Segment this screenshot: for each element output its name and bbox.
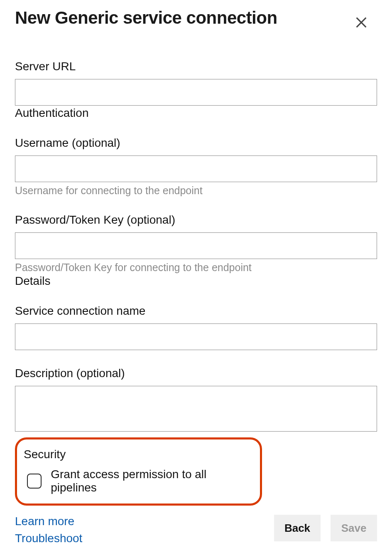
link-troubleshoot[interactable]: Troubleshoot — [15, 530, 82, 547]
section-details: Details — [15, 274, 377, 288]
label-username: Username (optional) — [15, 136, 377, 150]
field-connection-name: Service connection name — [15, 304, 377, 350]
input-description[interactable] — [15, 386, 377, 432]
help-password: Password/Token Key for connecting to the… — [15, 262, 377, 274]
field-description: Description (optional) — [15, 367, 377, 433]
label-server-url: Server URL — [15, 60, 377, 73]
footer-links: Learn more Troubleshoot — [15, 513, 82, 547]
label-password: Password/Token Key (optional) — [15, 213, 377, 227]
section-security: Security — [24, 448, 251, 461]
dialog-footer: Learn more Troubleshoot Back Save — [15, 513, 377, 547]
back-button[interactable]: Back — [274, 515, 321, 541]
close-button[interactable] — [353, 14, 370, 31]
input-server-url[interactable] — [15, 79, 377, 106]
label-connection-name: Service connection name — [15, 304, 377, 318]
save-button[interactable]: Save — [331, 515, 377, 541]
input-connection-name[interactable] — [15, 323, 377, 350]
close-icon — [354, 15, 368, 30]
field-server-url: Server URL — [15, 60, 377, 106]
dialog-header: New Generic service connection — [15, 8, 377, 31]
link-learn-more[interactable]: Learn more — [15, 513, 82, 530]
footer-buttons: Back Save — [274, 515, 377, 541]
row-grant-access: Grant access permission to all pipelines — [27, 468, 251, 494]
label-grant-access: Grant access permission to all pipelines — [51, 468, 251, 494]
help-username: Username for connecting to the endpoint — [15, 185, 377, 197]
field-password: Password/Token Key (optional) Password/T… — [15, 213, 377, 274]
input-username[interactable] — [15, 156, 377, 182]
dialog-panel: New Generic service connection Server UR… — [0, 0, 392, 548]
checkbox-grant-access[interactable] — [27, 474, 42, 489]
label-description: Description (optional) — [15, 367, 377, 380]
security-highlight-box: Security Grant access permission to all … — [15, 437, 262, 506]
section-authentication: Authentication — [15, 106, 377, 120]
field-username: Username (optional) Username for connect… — [15, 136, 377, 197]
dialog-title: New Generic service connection — [15, 8, 277, 27]
input-password[interactable] — [15, 232, 377, 259]
